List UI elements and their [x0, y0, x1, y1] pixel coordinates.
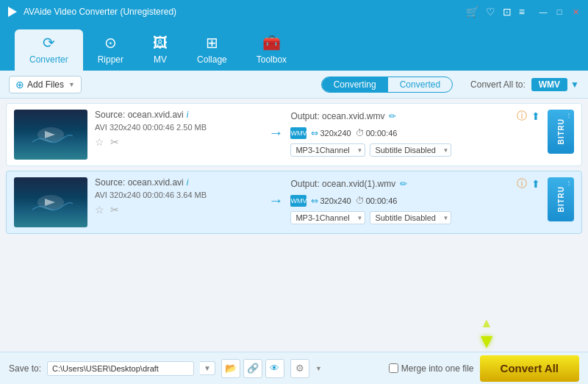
output-time-1: ⏱ 00:00:46 — [356, 128, 398, 138]
nav-ripper[interactable]: ⊙ Ripper — [83, 29, 138, 71]
open-folder-button[interactable]: 📂 — [221, 359, 240, 378]
save-to-label: Save to: — [9, 363, 41, 374]
path-dropdown-arrow[interactable]: ▼ — [200, 361, 215, 375]
window-controls: — □ ✕ — [537, 5, 582, 18]
path-actions: 📂 🔗 👁 — [221, 359, 284, 378]
convert-btn-dots-2: ⋮ — [566, 179, 572, 186]
title-bar-right: 🛒 ♡ ⊡ ≡ — □ ✕ — [466, 5, 582, 18]
format-select-toolbar: WMV ▼ — [531, 78, 579, 91]
add-files-dropdown-icon[interactable]: ▼ — [68, 81, 75, 88]
output-dropdowns-2: MP3-1Channel Subtitle Disabled — [290, 211, 540, 224]
file-info-1: Source: ocean.xvid.avi i AVI 320x240 00:… — [95, 110, 261, 148]
format-badge: WMV — [531, 78, 567, 91]
thumbnail-1 — [14, 110, 87, 160]
file-source-1: Source: ocean.xvid.avi i — [95, 110, 261, 120]
animation-arrow: ▲ ▼ — [472, 307, 501, 352]
output-info-1: Output: ocean.xvid.wmv ✏ ⓘ ⬆ WMV ⇔ 320x2… — [290, 110, 540, 157]
output-time-2: ⏱ 00:00:46 — [356, 196, 398, 206]
screen-icon[interactable]: ⊡ — [503, 6, 512, 18]
nav-converter-label: Converter — [29, 54, 68, 65]
thumb-svg-2 — [29, 188, 73, 217]
title-bar: AVAide Video Converter (Unregistered) 🛒 … — [0, 0, 588, 24]
maximize-button[interactable]: □ — [553, 5, 566, 18]
arrow-icon-2: → — [268, 192, 283, 209]
edit-icon-1[interactable]: ✏ — [389, 111, 396, 121]
subtitle-select-2[interactable]: Subtitle Disabled — [370, 211, 451, 224]
svg-marker-0 — [8, 7, 17, 17]
cut-icon-2[interactable]: ✂ — [110, 204, 119, 216]
nav-mv[interactable]: 🖼 MV — [138, 30, 182, 71]
format-dropdown-arrow[interactable]: ▼ — [570, 79, 579, 90]
output-info-btn-2[interactable]: ⓘ — [517, 177, 527, 191]
subtitle-select-wrapper-2: Subtitle Disabled — [370, 211, 451, 224]
add-files-label: Add Files — [27, 79, 64, 90]
star-icon-2[interactable]: ☆ — [95, 204, 104, 216]
preview-button[interactable]: 👁 — [265, 359, 284, 378]
heart-icon[interactable]: ♡ — [486, 6, 495, 18]
file-meta-1: AVI 320x240 00:00:46 2.50 MB — [95, 123, 261, 132]
output-name-1: Output: ocean.xvid.wmv ✏ ⓘ ⬆ — [290, 110, 540, 123]
output-info-btn-1[interactable]: ⓘ — [517, 110, 527, 123]
collage-icon: ⊞ — [206, 34, 218, 51]
subtitle-select-1[interactable]: Subtitle Disabled — [370, 143, 451, 157]
convert-all-button[interactable]: Convert All — [480, 355, 579, 382]
source-info-icon-1[interactable]: i — [187, 110, 189, 120]
audio-select-wrapper-1: MP3-1Channel — [290, 143, 365, 157]
wmv-icon-1: WMV — [290, 127, 306, 139]
audio-select-1[interactable]: MP3-1Channel — [290, 143, 365, 157]
convert-btn-2[interactable]: ⋮ BITRU — [548, 177, 574, 221]
edit-icon-2[interactable]: ✏ — [400, 179, 407, 189]
output-label-2: Output: ocean.xvid(1).wmv — [290, 179, 395, 189]
merge-checkbox-label[interactable]: Merge into one file — [389, 363, 474, 374]
title-bar-left: AVAide Video Converter (Unregistered) — [6, 5, 176, 18]
tab-converted[interactable]: Converted — [388, 77, 452, 92]
anim-arrow-top: ▲ — [480, 316, 493, 331]
app-title: AVAide Video Converter (Unregistered) — [24, 7, 176, 17]
add-files-button[interactable]: ⊕ Add Files ▼ — [9, 76, 82, 93]
star-icon-1[interactable]: ☆ — [95, 136, 104, 148]
arrow-icon-1: → — [268, 124, 283, 141]
convert-btn-1[interactable]: ⋮ BITRU — [548, 110, 574, 154]
output-format-1: WMV — [290, 127, 306, 139]
file-actions-2: ☆ ✂ — [95, 204, 261, 216]
wmv-icon-2: WMV — [290, 195, 306, 207]
nav-collage[interactable]: ⊞ Collage — [182, 29, 242, 71]
bottom-bar: Save to: ▼ 📂 🔗 👁 ⚙ ▼ Merge into one file… — [0, 352, 588, 384]
settings-button[interactable]: ⚙ — [290, 359, 309, 378]
output-info-2: Output: ocean.xvid(1).wmv ✏ ⓘ ⬆ WMV ⇔ 32… — [290, 177, 540, 224]
minimize-button[interactable]: — — [537, 5, 550, 18]
nav-toolbox[interactable]: 🧰 Toolbox — [242, 29, 301, 71]
mv-icon: 🖼 — [153, 35, 168, 51]
plus-icon: ⊕ — [15, 79, 24, 90]
convert-btn-dots-1: ⋮ — [566, 112, 572, 118]
subtitle-select-wrapper-1: Subtitle Disabled — [370, 143, 451, 157]
link-button[interactable]: 🔗 — [243, 359, 262, 378]
tab-group: Converting Converted — [321, 77, 453, 93]
save-icon-2[interactable]: ⬆ — [531, 178, 540, 190]
save-icon-1[interactable]: ⬆ — [531, 110, 540, 122]
file-actions-1: ☆ ✂ — [95, 136, 261, 148]
nav-mv-label: MV — [154, 54, 167, 65]
nav-ripper-label: Ripper — [98, 54, 123, 65]
menu-icon[interactable]: ≡ — [519, 6, 525, 18]
output-res-1: ⇔ 320x240 — [311, 128, 351, 138]
thumbnail-2 — [14, 177, 87, 227]
arrow-area-2: → — [268, 177, 283, 209]
close-button[interactable]: ✕ — [569, 5, 582, 18]
tab-converting[interactable]: Converting — [322, 77, 388, 92]
audio-select-wrapper-2: MP3-1Channel — [290, 211, 365, 224]
file-info-2: Source: ocean.xvid.avi i AVI 320x240 00:… — [95, 177, 261, 216]
merge-checkbox-input[interactable] — [389, 363, 398, 373]
source-info-icon-2[interactable]: i — [187, 177, 189, 188]
app-logo — [6, 5, 19, 18]
source-label-1: Source: ocean.xvid.avi — [95, 110, 184, 120]
nav-converter[interactable]: ⟳ Converter — [15, 29, 83, 71]
toolbox-icon: 🧰 — [262, 34, 281, 51]
settings-dropdown[interactable]: ▼ — [315, 365, 322, 372]
cut-icon-1[interactable]: ✂ — [110, 136, 119, 148]
convert-btn-label-1: BITRU — [557, 118, 565, 145]
cart-icon[interactable]: 🛒 — [466, 6, 478, 18]
audio-select-2[interactable]: MP3-1Channel — [290, 211, 365, 224]
source-label-2: Source: ocean.xvid.avi — [95, 177, 184, 188]
save-path-input[interactable] — [47, 361, 194, 376]
